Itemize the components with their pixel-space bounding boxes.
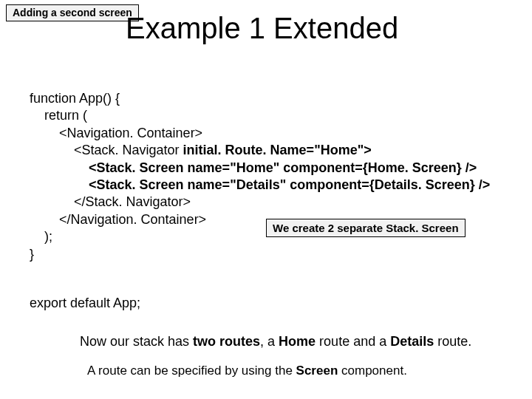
- note-emph: Home: [279, 334, 319, 349]
- note-emph: Screen: [296, 364, 341, 378]
- code-line: </Stack. Navigator>: [30, 194, 191, 209]
- code-line: </Navigation. Container>: [30, 212, 206, 227]
- code-line: );: [30, 229, 52, 244]
- footer-note-1: Now our stack has two routes, a Home rou…: [80, 334, 471, 349]
- code-line: <Stack. Navigator: [30, 143, 183, 157]
- slide: Adding a second screen Example 1 Extende…: [0, 0, 532, 399]
- note-text: , a: [260, 334, 279, 349]
- note-emph: two routes: [193, 334, 260, 349]
- note-emph: Details: [390, 334, 437, 349]
- note-text: Now our stack has: [80, 334, 193, 349]
- slide-title: Example 1 Extended: [126, 12, 398, 45]
- code-line: return (: [30, 108, 87, 123]
- code-bold: initial. Route. Name="Home">: [183, 143, 372, 157]
- code-bold: <Stack. Screen name="Details" component=…: [89, 177, 490, 192]
- note-text: route and a: [319, 334, 390, 349]
- code-line: <Navigation. Container>: [30, 126, 202, 140]
- callout-box: We create 2 separate Stack. Screen: [266, 219, 466, 237]
- note-text: component.: [341, 364, 407, 378]
- code-line: [30, 160, 89, 175]
- code-line: function App() {: [30, 91, 120, 106]
- code-line: [30, 177, 89, 192]
- code-line: }: [30, 247, 34, 262]
- note-text: route.: [437, 334, 471, 349]
- code-bold: <Stack. Screen name="Home" component={Ho…: [89, 160, 477, 175]
- footer-note-2: A route can be specified by using the Sc…: [87, 364, 407, 378]
- export-line: export default App;: [30, 296, 140, 311]
- note-text: A route can be specified by using the: [87, 364, 296, 378]
- section-tag: Adding a second screen: [6, 4, 139, 21]
